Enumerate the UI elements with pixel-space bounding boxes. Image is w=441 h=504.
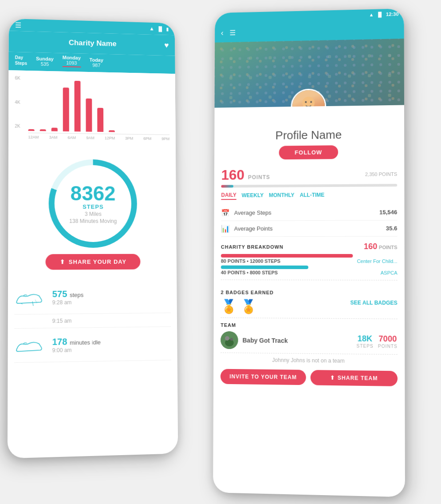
hamburger-icon[interactable]: ☰ (15, 21, 21, 29)
tab-weekly[interactable]: WEEKLY (241, 192, 264, 199)
back-icon[interactable]: ‹ (221, 28, 224, 38)
avg-steps-label: Average Steps (234, 209, 272, 216)
charity-title: CHARITY BREAKDOWN (221, 244, 284, 250)
y-label-4k: 4K (15, 99, 20, 104)
steps-section: 8362 STEPS 3 Miles 138 Minutes Moving ⬆ … (8, 150, 177, 277)
monday-item[interactable]: Monday 1093 (63, 55, 81, 67)
charity-label-1: 80 POINTS • 12000 STEPS (221, 258, 280, 264)
see-all-badges-link[interactable]: SEE ALL BADGES (350, 299, 398, 306)
avg-points-value: 35.6 (386, 225, 398, 232)
charity-points-lbl: POINTS (379, 245, 398, 250)
share-team-icon: ⬆ (330, 375, 335, 381)
x-3am: 3AM (49, 135, 58, 139)
activity-item-3: 178 minutes idle 9:00 am (14, 327, 171, 363)
not-on-team-label: Johnny Johns is not on a team (220, 353, 398, 369)
profile-header-image (215, 39, 404, 108)
avg-points-label: Average Points (234, 225, 273, 232)
activity-steps-1: 575 steps (52, 289, 84, 299)
share-team-button[interactable]: ⬆ SHARE TEAM (311, 370, 398, 386)
activity-section: 575 steps 9:28 am 9:15 am 178 minutes id… (8, 280, 177, 363)
svg-point-9 (230, 338, 233, 341)
svg-point-8 (225, 336, 229, 341)
points-progress-container (221, 184, 398, 188)
follow-button[interactable]: FOLLOW (279, 145, 339, 159)
x-12pm: 12PM (105, 136, 115, 140)
x-6am: 6AM (68, 135, 76, 140)
shoe-icon-1 (14, 286, 46, 309)
team-stats: 18K STEPS 7000 POINTS (356, 334, 397, 349)
monday-label: Monday (63, 55, 81, 60)
bar-6pm (97, 108, 103, 132)
bar-3am (40, 129, 46, 131)
chart-bars (28, 76, 170, 135)
team-title: TEAM (220, 322, 397, 329)
total-points: 2,350 POINTS (365, 171, 397, 177)
sunday-label: Sunday (36, 56, 54, 62)
team-avatar (220, 331, 238, 349)
x-6pm: 6PM (143, 136, 151, 141)
badges-icons: 🏅 🏅 (220, 298, 273, 314)
monday-steps: 1093 (63, 60, 81, 66)
badges-section: 2 BADGES EARNED 🏅 🏅 SEE ALL BADGES (220, 290, 397, 315)
badge-1-icon: 🏅 (220, 298, 237, 314)
tab-daily[interactable]: DAILY (221, 192, 236, 200)
avg-steps-left: 📅 Average Steps (221, 208, 271, 217)
badges-left: 2 BADGES EARNED 🏅 🏅 (220, 290, 273, 314)
activity-time-3: 9:00 am (52, 346, 101, 353)
y-label-2k: 2K (15, 123, 20, 128)
activity-info-1: 575 steps 9:28 am (52, 289, 84, 306)
team-points-num: 7000 (378, 334, 398, 344)
charity-name-2: ASPCA (381, 270, 398, 275)
bar-12pm (75, 81, 81, 131)
svg-point-3 (302, 97, 315, 108)
team-points-lbl: POINTS (378, 344, 398, 349)
battery-icon: ▮ (166, 26, 169, 32)
team-steps-stat: 18K STEPS (356, 334, 373, 349)
charity-row-1: 80 POINTS • 12000 STEPS Center For Child… (221, 254, 398, 264)
activity-minutes: 178 minutes idle (52, 336, 101, 347)
left-phone: ☰ ▲ ▐▌ ▮ Charity Name ♥ DaySteps Sunday … (8, 19, 178, 459)
chart-icon: 📊 (221, 225, 230, 233)
wifi-icon-right: ▲ (369, 12, 374, 17)
badge-2-icon: 🏅 (240, 298, 257, 314)
heart-icon[interactable]: ♥ (164, 41, 169, 50)
tab-alltime[interactable]: ALL-TIME (300, 192, 325, 199)
steps-miles: 3 Miles (85, 211, 102, 217)
team-steps-lbl: STEPS (356, 344, 373, 349)
chart-area: 6K 4K 2K 12AM 3AM 6AM 9AM 12PM 3PM 6PM 9… (8, 70, 176, 151)
team-buttons: INVITE TO YOUR TEAM ⬆ SHARE TEAM (220, 369, 398, 386)
today-steps: 987 (90, 63, 103, 68)
charity-bar-1 (221, 254, 353, 258)
sunday-steps: 535 (36, 61, 54, 67)
team-name: Baby Got Track (243, 337, 352, 345)
x-3pm: 3PM (125, 136, 133, 141)
x-9am: 9AM (86, 135, 94, 140)
points-progress-fill (221, 185, 233, 187)
charity-row-2: 40 POINTS • 8000 STEPS ASPCA (221, 266, 398, 276)
bar-3pm (86, 99, 92, 132)
clock: 12:30 (386, 12, 398, 17)
activity-time-2: 9:15 am (52, 317, 171, 324)
team-steps-num: 18K (356, 334, 373, 344)
tab-monthly[interactable]: MONTHLY (269, 192, 295, 199)
app-title: Charity Name (69, 39, 117, 48)
hamburger-icon-right[interactable]: ☰ (229, 28, 236, 37)
steps-circle: 8362 STEPS 3 Miles 138 Minutes Moving (49, 159, 138, 248)
invite-team-button[interactable]: INVITE TO YOUR TEAM (220, 369, 306, 385)
today-item[interactable]: Today 987 (90, 57, 103, 68)
charity-bar-2 (221, 266, 308, 269)
steps-circle-inner: 8362 STEPS 3 Miles 138 Minutes Moving (55, 165, 132, 242)
charity-section-header: CHARITY BREAKDOWN 160 POINTS (221, 242, 397, 251)
share-team-label: SHARE TEAM (338, 375, 378, 381)
chart-y-labels: 6K 4K 2K (15, 75, 20, 128)
sunday-item[interactable]: Sunday 535 (36, 56, 54, 67)
steps-label: STEPS (83, 203, 103, 210)
share-day-button[interactable]: ⬆ SHARE YOUR DAY (45, 254, 140, 270)
activity-item-2: 9:15 am (14, 313, 171, 329)
bar-9am (63, 87, 69, 131)
avg-steps-value: 15,546 (379, 209, 397, 215)
activity-item-1: 575 steps 9:28 am (14, 280, 171, 314)
team-points-stat: 7000 POINTS (378, 334, 398, 349)
avg-points-row: 📊 Average Points 35.6 (221, 220, 397, 237)
bar-6am (51, 128, 58, 131)
